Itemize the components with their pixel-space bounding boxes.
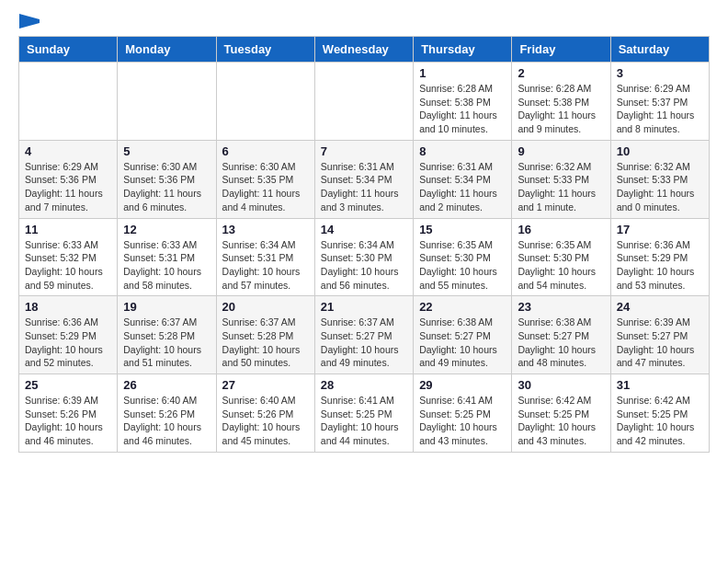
day-number: 5 — [123, 144, 210, 158]
day-number: 16 — [518, 223, 604, 236]
calendar-cell: 11Sunrise: 6:33 AM Sunset: 5:32 PM Dayli… — [19, 218, 118, 296]
day-number: 22 — [419, 300, 506, 314]
calendar-cell: 25Sunrise: 6:39 AM Sunset: 5:26 PM Dayli… — [19, 374, 118, 453]
calendar-cell — [19, 63, 118, 141]
day-number: 25 — [25, 378, 111, 392]
calendar-cell: 4Sunrise: 6:29 AM Sunset: 5:36 PM Daylig… — [19, 140, 118, 218]
calendar-cell: 18Sunrise: 6:36 AM Sunset: 5:29 PM Dayli… — [19, 296, 118, 374]
weekday-header-thursday: Thursday — [414, 37, 512, 63]
day-info: Sunrise: 6:32 AM Sunset: 5:33 PM Dayligh… — [518, 160, 604, 214]
day-number: 2 — [518, 66, 604, 80]
calendar-week-4: 18Sunrise: 6:36 AM Sunset: 5:29 PM Dayli… — [19, 296, 710, 374]
day-info: Sunrise: 6:39 AM Sunset: 5:26 PM Dayligh… — [25, 394, 111, 448]
calendar-cell: 24Sunrise: 6:39 AM Sunset: 5:27 PM Dayli… — [610, 296, 709, 374]
calendar-cell: 20Sunrise: 6:37 AM Sunset: 5:28 PM Dayli… — [216, 296, 314, 374]
calendar-table: SundayMondayTuesdayWednesdayThursdayFrid… — [18, 36, 710, 453]
day-number: 20 — [222, 300, 309, 314]
day-info: Sunrise: 6:38 AM Sunset: 5:27 PM Dayligh… — [419, 316, 506, 370]
day-number: 23 — [518, 300, 604, 314]
calendar-cell: 9Sunrise: 6:32 AM Sunset: 5:33 PM Daylig… — [512, 140, 610, 218]
day-number: 31 — [617, 378, 703, 392]
day-number: 12 — [123, 223, 210, 236]
calendar-cell: 16Sunrise: 6:35 AM Sunset: 5:30 PM Dayli… — [512, 218, 610, 296]
calendar-cell: 10Sunrise: 6:32 AM Sunset: 5:33 PM Dayli… — [610, 140, 709, 218]
logo-icon — [19, 14, 40, 29]
calendar-cell: 7Sunrise: 6:31 AM Sunset: 5:34 PM Daylig… — [314, 140, 413, 218]
calendar-cell: 3Sunrise: 6:29 AM Sunset: 5:37 PM Daylig… — [610, 63, 709, 141]
day-number: 28 — [321, 378, 407, 392]
weekday-header-tuesday: Tuesday — [216, 37, 314, 63]
calendar-cell: 29Sunrise: 6:41 AM Sunset: 5:25 PM Dayli… — [414, 374, 512, 453]
day-info: Sunrise: 6:30 AM Sunset: 5:35 PM Dayligh… — [222, 160, 309, 214]
day-number: 10 — [617, 144, 703, 158]
calendar-cell: 6Sunrise: 6:30 AM Sunset: 5:35 PM Daylig… — [216, 140, 314, 218]
weekday-header-wednesday: Wednesday — [314, 37, 413, 63]
day-number: 29 — [419, 378, 506, 392]
header — [18, 14, 710, 29]
day-number: 4 — [25, 144, 111, 158]
day-number: 8 — [419, 144, 506, 158]
day-info: Sunrise: 6:29 AM Sunset: 5:37 PM Dayligh… — [617, 82, 703, 136]
day-number: 15 — [419, 223, 506, 236]
day-number: 21 — [321, 300, 407, 314]
calendar-cell: 30Sunrise: 6:42 AM Sunset: 5:25 PM Dayli… — [512, 374, 610, 453]
day-info: Sunrise: 6:36 AM Sunset: 5:29 PM Dayligh… — [617, 238, 703, 293]
calendar-cell: 21Sunrise: 6:37 AM Sunset: 5:27 PM Dayli… — [314, 296, 413, 374]
day-info: Sunrise: 6:30 AM Sunset: 5:36 PM Dayligh… — [123, 160, 210, 214]
calendar-cell: 19Sunrise: 6:37 AM Sunset: 5:28 PM Dayli… — [118, 296, 216, 374]
weekday-header-saturday: Saturday — [610, 37, 709, 63]
calendar-cell — [118, 63, 216, 141]
calendar-cell: 12Sunrise: 6:33 AM Sunset: 5:31 PM Dayli… — [118, 218, 216, 296]
calendar-cell: 27Sunrise: 6:40 AM Sunset: 5:26 PM Dayli… — [216, 374, 314, 453]
day-info: Sunrise: 6:37 AM Sunset: 5:27 PM Dayligh… — [321, 316, 407, 370]
day-number: 26 — [123, 378, 210, 392]
day-info: Sunrise: 6:31 AM Sunset: 5:34 PM Dayligh… — [419, 160, 506, 214]
calendar-week-3: 11Sunrise: 6:33 AM Sunset: 5:32 PM Dayli… — [19, 218, 710, 296]
day-info: Sunrise: 6:40 AM Sunset: 5:26 PM Dayligh… — [123, 394, 210, 448]
calendar-cell: 26Sunrise: 6:40 AM Sunset: 5:26 PM Dayli… — [118, 374, 216, 453]
day-info: Sunrise: 6:34 AM Sunset: 5:30 PM Dayligh… — [321, 238, 407, 293]
day-info: Sunrise: 6:42 AM Sunset: 5:25 PM Dayligh… — [518, 394, 604, 448]
day-number: 27 — [222, 378, 309, 392]
day-number: 9 — [518, 144, 604, 158]
calendar-cell: 2Sunrise: 6:28 AM Sunset: 5:38 PM Daylig… — [512, 63, 610, 141]
weekday-header-sunday: Sunday — [19, 37, 118, 63]
day-info: Sunrise: 6:39 AM Sunset: 5:27 PM Dayligh… — [617, 316, 703, 370]
weekday-header-row: SundayMondayTuesdayWednesdayThursdayFrid… — [19, 37, 710, 63]
weekday-header-monday: Monday — [118, 37, 216, 63]
calendar-cell — [314, 63, 413, 141]
calendar-week-1: 1Sunrise: 6:28 AM Sunset: 5:38 PM Daylig… — [19, 63, 710, 141]
day-number: 11 — [25, 223, 111, 236]
day-info: Sunrise: 6:42 AM Sunset: 5:25 PM Dayligh… — [617, 394, 703, 448]
day-info: Sunrise: 6:36 AM Sunset: 5:29 PM Dayligh… — [25, 316, 111, 370]
day-number: 14 — [321, 223, 407, 236]
day-number: 6 — [222, 144, 309, 158]
day-info: Sunrise: 6:33 AM Sunset: 5:31 PM Dayligh… — [123, 238, 210, 293]
day-info: Sunrise: 6:35 AM Sunset: 5:30 PM Dayligh… — [419, 238, 506, 293]
calendar-cell: 15Sunrise: 6:35 AM Sunset: 5:30 PM Dayli… — [414, 218, 512, 296]
day-info: Sunrise: 6:33 AM Sunset: 5:32 PM Dayligh… — [25, 238, 111, 293]
calendar-week-2: 4Sunrise: 6:29 AM Sunset: 5:36 PM Daylig… — [19, 140, 710, 218]
calendar-cell: 22Sunrise: 6:38 AM Sunset: 5:27 PM Dayli… — [414, 296, 512, 374]
day-number: 3 — [617, 66, 703, 80]
day-number: 7 — [321, 144, 407, 158]
calendar-week-5: 25Sunrise: 6:39 AM Sunset: 5:26 PM Dayli… — [19, 374, 710, 453]
day-info: Sunrise: 6:32 AM Sunset: 5:33 PM Dayligh… — [617, 160, 703, 214]
day-info: Sunrise: 6:38 AM Sunset: 5:27 PM Dayligh… — [518, 316, 604, 370]
page-container: SundayMondayTuesdayWednesdayThursdayFrid… — [0, 0, 728, 466]
weekday-header-friday: Friday — [512, 37, 610, 63]
day-info: Sunrise: 6:41 AM Sunset: 5:25 PM Dayligh… — [419, 394, 506, 448]
day-info: Sunrise: 6:28 AM Sunset: 5:38 PM Dayligh… — [419, 82, 506, 136]
day-info: Sunrise: 6:37 AM Sunset: 5:28 PM Dayligh… — [123, 316, 210, 370]
day-info: Sunrise: 6:40 AM Sunset: 5:26 PM Dayligh… — [222, 394, 309, 448]
day-info: Sunrise: 6:37 AM Sunset: 5:28 PM Dayligh… — [222, 316, 309, 370]
calendar-cell: 31Sunrise: 6:42 AM Sunset: 5:25 PM Dayli… — [610, 374, 709, 453]
day-info: Sunrise: 6:28 AM Sunset: 5:38 PM Dayligh… — [518, 82, 604, 136]
day-info: Sunrise: 6:31 AM Sunset: 5:34 PM Dayligh… — [321, 160, 407, 214]
day-info: Sunrise: 6:41 AM Sunset: 5:25 PM Dayligh… — [321, 394, 407, 448]
calendar-cell — [216, 63, 314, 141]
calendar-cell: 28Sunrise: 6:41 AM Sunset: 5:25 PM Dayli… — [314, 374, 413, 453]
day-number: 19 — [123, 300, 210, 314]
calendar-cell: 8Sunrise: 6:31 AM Sunset: 5:34 PM Daylig… — [414, 140, 512, 218]
day-number: 1 — [419, 66, 506, 80]
